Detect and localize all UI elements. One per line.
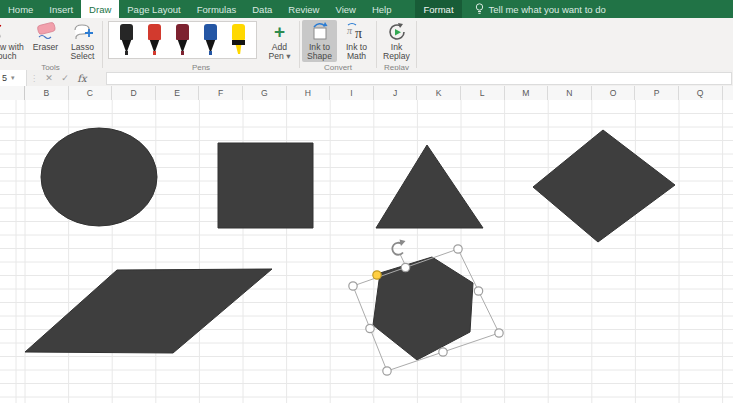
column-header-d[interactable]: D: [112, 86, 156, 100]
column-header-h[interactable]: H: [287, 86, 331, 100]
name-box[interactable]: 5 ▾: [0, 70, 27, 86]
diamond-shape[interactable]: [533, 130, 675, 242]
ribbon-tab-bar: HomeInsertDrawPage LayoutFormulasDataRev…: [0, 0, 733, 18]
triangle-shape[interactable]: [376, 145, 483, 228]
ink-replay-button[interactable]: Ink Replay: [379, 20, 414, 62]
ribbon: Draw with Touch Eraser Lasso Select Tool…: [0, 18, 733, 71]
column-header-i[interactable]: I: [330, 86, 374, 100]
blue-pen[interactable]: [203, 24, 218, 55]
lightbulb-icon: [475, 3, 484, 15]
formula-bar: 5 ▾ ⋮ ✕ ✓ fx: [0, 70, 733, 86]
group-separator: [102, 21, 103, 68]
tab-help[interactable]: Help: [364, 0, 400, 18]
add-pen-icon: +: [274, 23, 285, 41]
square-shape[interactable]: [218, 143, 313, 228]
lasso-select-icon: [65, 21, 100, 43]
insert-function-button[interactable]: fx: [73, 73, 91, 84]
ink-to-shape-label: Ink to Shape: [302, 43, 337, 62]
ribbon-group-pens: + Add Pen ▾ Pens: [104, 18, 298, 70]
column-header-c[interactable]: C: [69, 86, 113, 100]
ink-to-math-icon: ππ: [339, 21, 374, 43]
ink-replay-icon: [379, 21, 414, 43]
eraser-label: Eraser: [28, 43, 63, 52]
hexagon-shape[interactable]: [373, 257, 473, 360]
name-box-caret-icon: ▾: [11, 74, 15, 82]
ink-to-shape-icon: [302, 21, 337, 43]
formula-bar-separator: ⋮: [30, 74, 38, 83]
yellow-highlighter[interactable]: [231, 24, 246, 55]
resize-handle[interactable]: [454, 245, 462, 253]
column-header-q[interactable]: Q: [679, 86, 723, 100]
tab-format[interactable]: Format: [415, 0, 461, 18]
group-separator: [376, 21, 377, 68]
column-headers: BCDEFGHIJKLMNOPQ: [0, 86, 733, 101]
eraser-icon: [28, 21, 63, 43]
tell-me-box[interactable]: Tell me what you want to do: [475, 0, 606, 18]
resize-handle[interactable]: [383, 367, 391, 375]
column-header-stub[interactable]: [0, 86, 25, 100]
pens-gallery: [108, 21, 257, 59]
cancel-button[interactable]: ✕: [41, 73, 57, 83]
draw-with-touch-icon: [0, 21, 26, 43]
tell-me-label: Tell me what you want to do: [489, 4, 606, 15]
svg-text:π: π: [355, 26, 362, 41]
lasso-select-button[interactable]: Lasso Select: [65, 20, 100, 62]
ellipse-shape[interactable]: [41, 128, 157, 226]
dark-red-pen[interactable]: [175, 24, 190, 55]
red-pen[interactable]: [147, 24, 162, 55]
draw-with-touch-label: Draw with Touch: [0, 43, 26, 62]
tab-page-layout[interactable]: Page Layout: [119, 0, 188, 18]
dropdown-caret-icon: ▾: [286, 51, 290, 61]
column-header-j[interactable]: J: [374, 86, 418, 100]
group-separator: [416, 21, 417, 68]
group-separator: [299, 21, 300, 68]
ink-to-shape-button[interactable]: Ink to Shape: [302, 20, 337, 62]
add-pen-button[interactable]: + Add Pen ▾: [262, 20, 297, 62]
column-header-n[interactable]: N: [548, 86, 592, 100]
ribbon-group-tools: Draw with Touch Eraser Lasso Select Tool…: [0, 18, 101, 70]
ink-replay-label: Ink Replay: [379, 43, 414, 62]
column-header-o[interactable]: O: [592, 86, 636, 100]
tab-home[interactable]: Home: [0, 0, 41, 18]
ribbon-tabs: HomeInsertDrawPage LayoutFormulasDataRev…: [0, 0, 462, 18]
parallelogram-shape[interactable]: [25, 269, 272, 353]
lasso-select-label: Lasso Select: [65, 43, 100, 62]
column-header-l[interactable]: L: [461, 86, 505, 100]
column-header-p[interactable]: P: [635, 86, 679, 100]
resize-handle[interactable]: [349, 282, 357, 290]
excel-window: HomeInsertDrawPage LayoutFormulasDataRev…: [0, 0, 733, 403]
svg-text:π: π: [347, 25, 353, 36]
black-pen[interactable]: [119, 24, 134, 55]
formula-input[interactable]: [106, 72, 732, 85]
column-header-m[interactable]: M: [505, 86, 549, 100]
resize-handle[interactable]: [495, 329, 503, 337]
sheet-canvas[interactable]: [0, 100, 733, 403]
column-header-b[interactable]: B: [25, 86, 69, 100]
eraser-button[interactable]: Eraser: [28, 20, 63, 52]
column-header-f[interactable]: F: [199, 86, 243, 100]
draw-with-touch-button[interactable]: Draw with Touch: [0, 20, 26, 62]
tab-review[interactable]: Review: [280, 0, 327, 18]
tab-draw[interactable]: Draw: [81, 0, 119, 18]
column-header-e[interactable]: E: [156, 86, 200, 100]
column-header-k[interactable]: K: [417, 86, 461, 100]
tab-formulas[interactable]: Formulas: [189, 0, 245, 18]
adjust-handle[interactable]: [373, 271, 381, 279]
column-header-g[interactable]: G: [243, 86, 287, 100]
rotate-handle-arrow: [400, 240, 406, 247]
ribbon-group-convert: Ink to Shape ππ Ink to Math Convert: [301, 18, 375, 70]
tab-data[interactable]: Data: [244, 0, 280, 18]
resize-handle[interactable]: [439, 348, 447, 356]
tab-view[interactable]: View: [327, 0, 363, 18]
name-box-value: 5: [2, 73, 7, 83]
add-pen-label: Add Pen ▾: [262, 43, 297, 62]
resize-handle[interactable]: [401, 263, 409, 271]
ink-to-math-label: Ink to Math: [339, 43, 374, 62]
ink-to-math-button[interactable]: ππ Ink to Math: [339, 20, 374, 62]
ribbon-group-replay: Ink Replay Replay: [378, 18, 415, 70]
tab-insert[interactable]: Insert: [41, 0, 81, 18]
resize-handle[interactable]: [366, 324, 374, 332]
resize-handle[interactable]: [474, 287, 482, 295]
enter-button[interactable]: ✓: [57, 73, 73, 83]
